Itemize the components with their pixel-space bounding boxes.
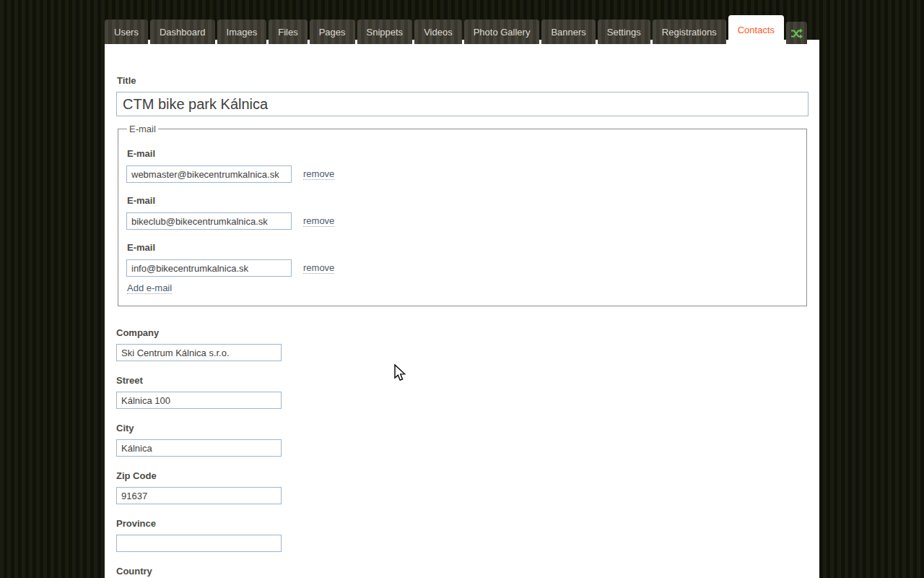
tab-snippets[interactable]: Snippets bbox=[357, 20, 413, 44]
tab-videos[interactable]: Videos bbox=[414, 20, 462, 44]
zip-code-label: Zip Code bbox=[116, 470, 808, 481]
city-label: City bbox=[116, 423, 808, 434]
email-fieldset-legend: E-mail bbox=[127, 124, 158, 134]
email-fieldset: E-mail E-mail remove E-mail remove E-mai… bbox=[118, 124, 807, 306]
remove-email-link-1[interactable]: remove bbox=[303, 168, 334, 180]
tab-dashboard[interactable]: Dashboard bbox=[150, 20, 215, 44]
company-group: Company bbox=[116, 327, 808, 361]
country-label: Country bbox=[116, 566, 808, 577]
street-group: Street bbox=[116, 375, 808, 409]
tab-banners[interactable]: Banners bbox=[541, 20, 595, 44]
tab-images[interactable]: Images bbox=[217, 20, 267, 44]
email-input-2[interactable] bbox=[126, 212, 292, 230]
email-input-1[interactable] bbox=[126, 165, 292, 183]
email-label: E-mail bbox=[127, 195, 798, 206]
tab-settings[interactable]: Settings bbox=[598, 20, 650, 44]
title-label: Title bbox=[117, 75, 808, 86]
email-row: remove bbox=[126, 212, 798, 230]
street-input[interactable] bbox=[116, 392, 282, 409]
add-email-link[interactable]: Add e-mail bbox=[127, 282, 172, 294]
tab-photo-gallery[interactable]: Photo Gallery bbox=[464, 20, 540, 44]
email-row: remove bbox=[126, 165, 798, 183]
company-label: Company bbox=[116, 327, 808, 338]
tab-contacts[interactable]: Contacts bbox=[728, 15, 784, 45]
tab-files[interactable]: Files bbox=[269, 20, 307, 44]
province-input[interactable] bbox=[116, 535, 282, 552]
tab-bar: Users Dashboard Images Files Pages Snipp… bbox=[105, 15, 807, 44]
remove-email-link-2[interactable]: remove bbox=[303, 215, 334, 227]
email-label: E-mail bbox=[127, 148, 798, 159]
city-group: City bbox=[116, 423, 808, 457]
remove-email-link-3[interactable]: remove bbox=[303, 262, 334, 274]
country-group: Country bbox=[116, 566, 808, 578]
email-row: remove bbox=[126, 259, 798, 277]
shuffle-icon bbox=[790, 28, 803, 39]
email-input-3[interactable] bbox=[126, 259, 292, 277]
city-input[interactable] bbox=[116, 439, 282, 457]
zip-code-group: Zip Code bbox=[116, 470, 808, 504]
email-label: E-mail bbox=[127, 242, 798, 253]
content-panel: Title E-mail E-mail remove E-mail remove… bbox=[105, 40, 819, 578]
tab-registrations[interactable]: Registrations bbox=[653, 20, 726, 44]
street-label: Street bbox=[116, 375, 808, 386]
zip-code-input[interactable] bbox=[116, 487, 282, 504]
title-input[interactable] bbox=[116, 92, 808, 116]
company-input[interactable] bbox=[116, 344, 282, 361]
tab-shuffle[interactable] bbox=[786, 22, 807, 44]
province-group: Province bbox=[116, 518, 808, 552]
tab-users[interactable]: Users bbox=[105, 20, 148, 44]
tab-pages[interactable]: Pages bbox=[310, 20, 355, 44]
province-label: Province bbox=[116, 518, 808, 529]
